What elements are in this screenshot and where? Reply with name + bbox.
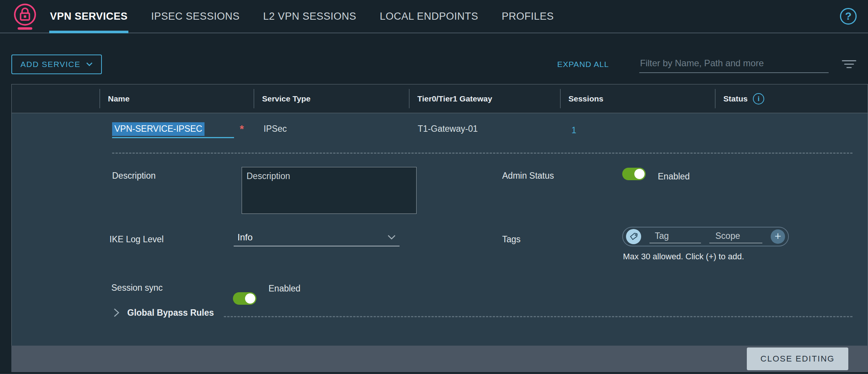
table-row-edit: VPN-SERVICE-IPSEC * IPSec T1-Gateway-01 …: [12, 113, 868, 346]
scope-field-wrap: [709, 230, 762, 243]
sessions-count-link[interactable]: 1: [571, 125, 576, 136]
session-sync-toggle[interactable]: [233, 292, 256, 305]
service-name-selected-text: VPN-SERVICE-IPSEC: [112, 122, 205, 136]
vpn-lock-icon: [11, 2, 39, 32]
tags-label: Tags: [502, 234, 521, 245]
vpn-services-table: Name Service Type Tier0/Tier1 Gateway Se…: [11, 84, 868, 346]
description-textarea[interactable]: [242, 167, 417, 214]
tab-vpn-services[interactable]: VPN SERVICES: [50, 0, 128, 33]
required-marker: *: [240, 123, 244, 135]
toolbar-right: EXPAND ALL: [557, 56, 857, 73]
session-sync-label: Session sync: [111, 283, 163, 293]
tags-help-text: Max 30 allowed. Click (+) to add.: [623, 252, 744, 262]
tab-l2-vpn-sessions[interactable]: L2 VPN SESSIONS: [263, 0, 356, 33]
filter-icon[interactable]: [841, 59, 857, 70]
expand-all-button[interactable]: EXPAND ALL: [557, 60, 609, 69]
ike-log-level-select[interactable]: Info: [234, 229, 400, 246]
edit-footer-bar: CLOSE EDITING: [11, 346, 868, 372]
column-select: [12, 84, 100, 113]
status-info-icon[interactable]: i: [753, 93, 764, 104]
bottom-strip: [0, 372, 868, 374]
tab-local-endpoints[interactable]: LOCAL ENDPOINTS: [380, 0, 478, 33]
tab-ipsec-sessions[interactable]: IPSEC SESSIONS: [151, 0, 240, 33]
gateway-value: T1-Gateway-01: [418, 124, 478, 134]
row-separator: [112, 153, 852, 154]
service-type-value: IPSec: [264, 124, 287, 134]
tag-icon: [626, 229, 641, 244]
filter-box: [639, 56, 829, 73]
global-bypass-rules-expander[interactable]: Global Bypass Rules: [127, 308, 214, 318]
ike-log-level-value: Info: [234, 232, 253, 243]
tag-field-wrap: [649, 230, 701, 243]
tag-input[interactable]: [649, 230, 701, 243]
service-name-input[interactable]: VPN-SERVICE-IPSEC: [112, 121, 234, 138]
ike-log-level-label: IKE Log Level: [109, 234, 164, 245]
admin-status-value: Enabled: [658, 171, 690, 182]
description-label: Description: [112, 171, 156, 181]
column-header-name: Name: [100, 84, 254, 113]
tab-profiles[interactable]: PROFILES: [502, 0, 554, 33]
toolbar: ADD SERVICE EXPAND ALL: [0, 52, 868, 76]
session-sync-value: Enabled: [269, 284, 300, 294]
column-header-gateway: Tier0/Tier1 Gateway: [409, 84, 560, 113]
add-tag-button[interactable]: +: [771, 229, 785, 244]
chevron-right-icon[interactable]: [112, 308, 120, 318]
scope-input[interactable]: [709, 230, 762, 243]
chevron-down-icon: [86, 62, 93, 67]
tags-editor: +: [622, 227, 789, 246]
top-tab-bar: VPN SERVICES IPSEC SESSIONS L2 VPN SESSI…: [0, 0, 868, 33]
add-service-label: ADD SERVICE: [20, 60, 81, 69]
close-editing-button[interactable]: CLOSE EDITING: [747, 348, 848, 370]
table-header-row: Name Service Type Tier0/Tier1 Gateway Se…: [12, 84, 868, 113]
filter-input[interactable]: [639, 56, 829, 73]
help-icon[interactable]: ?: [840, 8, 857, 25]
tab-list: VPN SERVICES IPSEC SESSIONS L2 VPN SESSI…: [50, 0, 577, 33]
column-header-status: Status i: [715, 84, 868, 113]
column-header-sessions: Sessions: [560, 84, 715, 113]
admin-status-toggle[interactable]: [622, 168, 646, 180]
admin-status-label: Admin Status: [502, 171, 554, 181]
chevron-down-icon: [387, 235, 396, 240]
global-bypass-separator: [224, 316, 852, 317]
column-header-service-type: Service Type: [254, 84, 409, 113]
add-service-button[interactable]: ADD SERVICE: [11, 55, 102, 74]
description-field-wrap: [242, 167, 417, 215]
